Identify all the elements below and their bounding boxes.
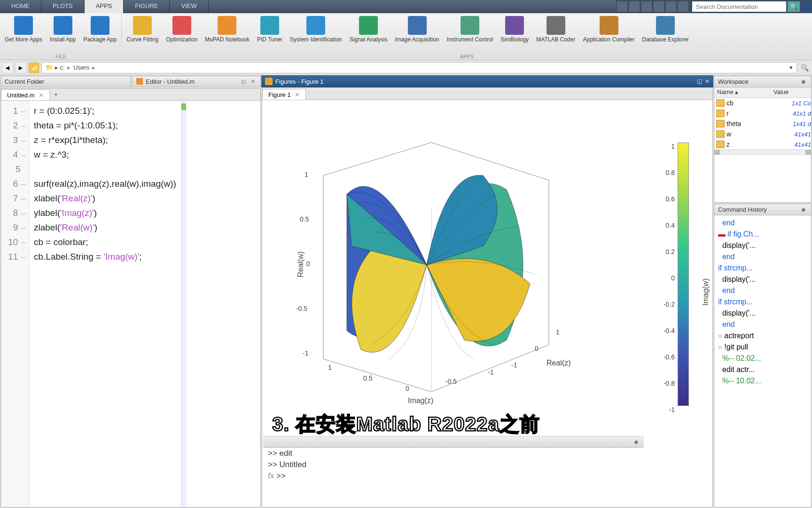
toolbar-icon[interactable] xyxy=(617,1,627,12)
history-line[interactable]: end xyxy=(718,285,807,296)
close-tab-icon[interactable]: ✕ xyxy=(39,92,44,99)
code-line[interactable]: zlabel('Real(w)') xyxy=(34,220,176,235)
code-line[interactable]: z = r*exp(1i*theta); xyxy=(34,133,176,147)
ribbon-install-app[interactable]: Install App xyxy=(46,13,79,46)
maximize-icon[interactable]: ◱ xyxy=(240,78,247,85)
close-icon[interactable]: ✕ xyxy=(705,78,710,85)
workspace-var[interactable]: w41x41 xyxy=(714,129,811,139)
command-prompt[interactable]: fx >> xyxy=(263,470,644,482)
search-folder-icon[interactable]: 🔍 xyxy=(799,62,810,73)
toolbar-icon[interactable] xyxy=(641,1,652,12)
ribbon-signal-analysis[interactable]: Signal Analysis xyxy=(346,13,391,46)
nav-fwd-icon[interactable]: ► xyxy=(15,62,26,73)
nav-back-icon[interactable]: ◄ xyxy=(2,62,13,73)
col-value[interactable]: Value xyxy=(771,87,791,97)
history-line[interactable]: if strcmp... xyxy=(718,262,807,274)
history-line[interactable]: display('... xyxy=(718,308,807,319)
ribbon-instrument-control[interactable]: Instrument Control xyxy=(443,13,497,46)
history-line[interactable]: display('... xyxy=(718,240,807,251)
code-line[interactable]: cb.Label.String = 'Imag(w)'; xyxy=(34,249,176,264)
ribbon-image-acquisition[interactable]: Image Acquisition xyxy=(391,13,443,46)
history-line[interactable]: %-- 02.02... xyxy=(718,353,807,364)
ribbon-simbiology[interactable]: SimBiology xyxy=(497,13,532,46)
menu-icon[interactable]: ◉ xyxy=(800,206,807,214)
close-icon[interactable]: ✕ xyxy=(249,78,257,85)
search-documentation-input[interactable] xyxy=(692,1,786,12)
code-line[interactable]: surf(real(z),imag(z),real(w),imag(w)) xyxy=(34,176,176,191)
history-line[interactable]: end xyxy=(718,217,807,229)
axes-3d[interactable]: 1 0.5 0 -0.5 -1 1 0.5 0 -0.5 -1 -1 0 xyxy=(286,124,577,406)
code-editor[interactable]: 1–2–3–4–5 6–7–8–9–10–11– r = (0:0.025:1)… xyxy=(1,101,260,507)
command-history[interactable]: end▬if fig.Ch... display('... endif strc… xyxy=(714,215,811,507)
ribbon-optimization[interactable]: Optimization xyxy=(162,13,201,46)
horizontal-scrollbar[interactable] xyxy=(714,150,811,155)
toolbar-icon[interactable] xyxy=(654,1,664,12)
code-line[interactable]: ylabel('Imag(z)') xyxy=(34,206,176,220)
ribbon-curve-fitting[interactable]: Curve Fitting xyxy=(123,13,162,46)
ribbon-mupad-notebook[interactable]: MuPAD Notebook xyxy=(201,13,253,46)
workspace-var[interactable]: r41x1 d xyxy=(714,108,811,119)
workspace-var[interactable]: theta1x41 d xyxy=(714,119,811,129)
workspace-table[interactable]: Name ▴ Value cb1x1 Cor41x1 dtheta1x41 dw… xyxy=(714,87,811,202)
main-tab-figure[interactable]: FIGURE xyxy=(124,0,170,13)
main-tab-apps[interactable]: APPS xyxy=(85,0,124,13)
history-line[interactable]: end xyxy=(718,251,807,262)
line-number[interactable]: 10– xyxy=(1,235,29,249)
menu-icon[interactable]: ◉ xyxy=(800,78,807,86)
line-number[interactable]: 9– xyxy=(1,220,29,235)
nav-up-icon[interactable]: 📁 xyxy=(28,62,39,73)
figure-tab[interactable]: Figure 1 ✕ xyxy=(262,89,306,100)
command-window[interactable]: ◉ >> edit >> Untitled fx >> xyxy=(263,436,644,482)
code-line[interactable]: w = z.^3; xyxy=(34,147,176,162)
toolbar-icon[interactable] xyxy=(629,1,640,12)
line-number[interactable]: 11– xyxy=(1,249,29,264)
main-tab-home[interactable]: HOME xyxy=(0,0,41,13)
table-header[interactable]: Name ▴ Value xyxy=(714,87,811,98)
ribbon-application-compiler[interactable]: Application Compiler xyxy=(579,13,638,46)
main-tab-view[interactable]: VIEW xyxy=(170,0,208,13)
history-line[interactable]: if strcmp... xyxy=(718,296,807,308)
search-button[interactable]: 🔍 xyxy=(788,1,800,12)
history-line[interactable]: » actreport xyxy=(718,330,807,341)
code-line[interactable] xyxy=(34,162,176,176)
code-analyzer-strip[interactable] xyxy=(181,101,187,507)
code-line[interactable]: theta = pi*(-1:0.05:1); xyxy=(34,118,176,133)
code-line[interactable]: r = (0:0.025:1)'; xyxy=(34,103,176,118)
col-name[interactable]: Name ▴ xyxy=(714,87,771,97)
history-line[interactable]: display('... xyxy=(718,274,807,285)
code-line[interactable]: xlabel('Real(z)') xyxy=(34,191,176,206)
line-number[interactable]: 1– xyxy=(1,103,29,118)
toolbar-icon[interactable] xyxy=(666,1,676,12)
history-line[interactable]: edit actr... xyxy=(718,364,807,375)
breadcrumb-part[interactable]: Users xyxy=(73,64,89,71)
ribbon-package-app[interactable]: Package App xyxy=(79,13,120,46)
ribbon-get-more-apps[interactable]: Get More Apps xyxy=(1,13,46,46)
colorbar[interactable] xyxy=(678,143,689,406)
breadcrumb[interactable]: 📁 ▸ c: ▸ Users ▸ ▾ xyxy=(41,62,797,73)
history-line[interactable]: %-- 10.02... xyxy=(718,375,807,387)
ribbon-system-identification[interactable]: System Identification xyxy=(286,13,346,46)
menu-icon[interactable]: ◉ xyxy=(632,438,640,446)
help-icon[interactable] xyxy=(678,1,688,12)
line-number[interactable]: 4– xyxy=(1,147,29,162)
ribbon-pid-tuner[interactable]: PID Tuner xyxy=(253,13,286,46)
line-number[interactable]: 5 xyxy=(1,162,29,176)
ribbon-database-explorer[interactable]: Database Explorer xyxy=(639,13,693,46)
account-icon[interactable] xyxy=(801,1,811,12)
close-tab-icon[interactable]: ✕ xyxy=(295,91,300,98)
code-line[interactable]: cb = colorbar; xyxy=(34,235,176,249)
history-line[interactable]: end xyxy=(718,319,807,330)
main-tab-plots[interactable]: PLOTS xyxy=(41,0,85,13)
line-number[interactable]: 6– xyxy=(1,176,29,191)
editor-tab[interactable]: Untitled.m ✕ xyxy=(1,89,50,100)
line-number[interactable]: 2– xyxy=(1,118,29,133)
line-number[interactable]: 7– xyxy=(1,191,29,206)
add-tab-button[interactable]: ＋ xyxy=(50,88,62,100)
line-number[interactable]: 8– xyxy=(1,206,29,220)
ribbon-matlab-coder[interactable]: MATLAB Coder xyxy=(532,13,579,46)
history-line[interactable]: » !git pull xyxy=(718,341,807,353)
workspace-var[interactable]: z41x41 xyxy=(714,139,811,150)
history-line[interactable]: ▬if fig.Ch... xyxy=(718,229,807,240)
workspace-var[interactable]: cb1x1 Co xyxy=(714,98,811,108)
line-number[interactable]: 3– xyxy=(1,133,29,147)
